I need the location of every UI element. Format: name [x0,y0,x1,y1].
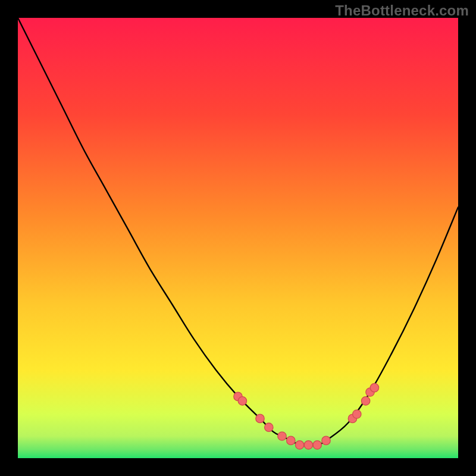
marker-dot [313,441,321,449]
marker-dot [304,441,312,449]
marker-dot [265,423,273,431]
chart-frame: TheBottleneck.com [0,0,476,476]
plot-area [18,18,458,458]
marker-dot [295,441,303,449]
marker-dot [370,383,378,392]
marker-dot [256,414,264,422]
plot-svg [18,18,458,458]
marker-dot [322,436,330,444]
marker-dot [287,436,295,444]
marker-dot [353,410,361,418]
marker-dot [278,432,286,440]
marker-dot [238,397,246,405]
marker-dot [361,397,369,405]
watermark-text: TheBottleneck.com [335,2,469,19]
